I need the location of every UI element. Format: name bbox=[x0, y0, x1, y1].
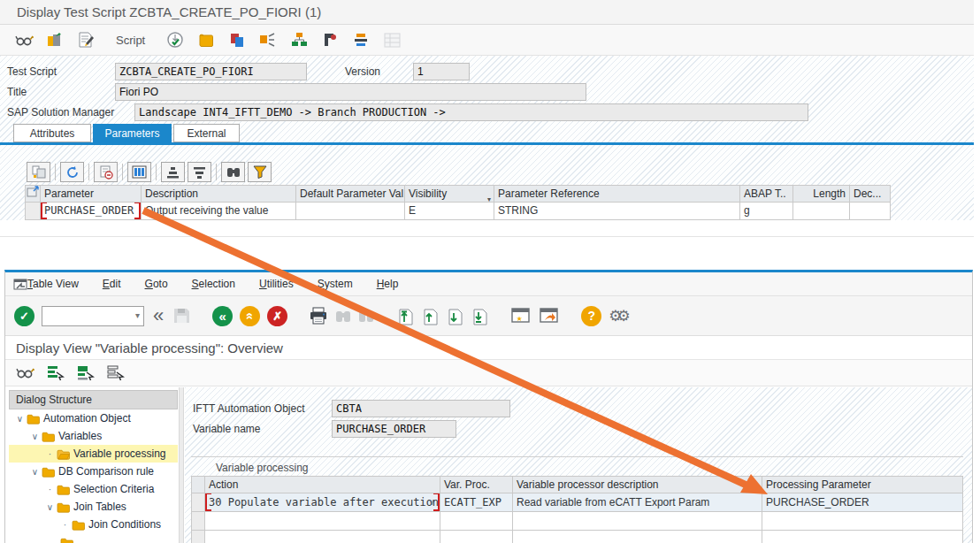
tree-item-join-tables[interactable]: ∨ Join Tables bbox=[9, 498, 178, 516]
back-icon[interactable]: « bbox=[212, 306, 233, 326]
page-up-icon[interactable] bbox=[422, 307, 440, 325]
chevron-expanded-icon[interactable]: ∨ bbox=[44, 502, 56, 512]
cell-processor-description[interactable] bbox=[513, 531, 762, 543]
find-icon[interactable] bbox=[221, 162, 245, 182]
first-page-icon[interactable] bbox=[397, 307, 415, 325]
cell-processor-description[interactable] bbox=[513, 512, 762, 531]
cell-visibility[interactable]: E bbox=[405, 203, 494, 220]
column-header-action[interactable]: Action bbox=[205, 476, 440, 493]
column-header-description[interactable]: Description bbox=[142, 185, 296, 203]
details-icon[interactable] bbox=[27, 162, 50, 182]
collapse-icon[interactable]: « bbox=[153, 307, 164, 325]
column-header-abap-type[interactable]: ABAP T.. bbox=[740, 185, 793, 203]
cell-action-dropdown[interactable] bbox=[205, 512, 440, 531]
column-header-processor-description[interactable]: Variable processor description bbox=[513, 476, 762, 493]
filter-icon[interactable] bbox=[248, 162, 272, 182]
version-field[interactable]: 1 bbox=[413, 63, 470, 80]
column-header-parameter[interactable]: Parameter bbox=[41, 185, 142, 203]
enter-icon[interactable]: ✓ bbox=[14, 306, 34, 326]
tree-item-partial[interactable] bbox=[9, 533, 178, 543]
column-header-length[interactable]: Length bbox=[793, 185, 850, 203]
cell-dec[interactable] bbox=[850, 203, 891, 220]
cell-parameter[interactable]: PURCHASE_ORDER bbox=[41, 203, 142, 220]
delete-row-icon[interactable] bbox=[94, 162, 118, 182]
tree-item-variables[interactable]: ∨ Variables bbox=[9, 427, 178, 445]
menu-selection[interactable]: Selection bbox=[192, 278, 235, 290]
menu-table-view[interactable]: Table View bbox=[27, 278, 79, 290]
select-all-cell[interactable] bbox=[25, 185, 41, 203]
variable-name-field[interactable]: PURCHASE_ORDER bbox=[332, 420, 456, 438]
execute-icon[interactable] bbox=[165, 30, 185, 50]
menu-edit[interactable]: Edit bbox=[103, 278, 121, 290]
column-header-dec[interactable]: Dec... bbox=[850, 185, 891, 203]
sort-descending-icon[interactable] bbox=[188, 162, 211, 182]
menu-help[interactable]: Help bbox=[377, 278, 399, 290]
new-session-icon[interactable] bbox=[510, 307, 532, 325]
tab-external[interactable]: External bbox=[173, 124, 240, 142]
menu-system[interactable]: System bbox=[318, 278, 353, 290]
cancel-icon[interactable]: ✗ bbox=[267, 306, 287, 326]
column-header-processing-parameter[interactable]: Processing Parameter bbox=[762, 476, 963, 493]
system-menu-icon[interactable] bbox=[13, 279, 27, 290]
column-header-var-proc[interactable]: Var. Proc. bbox=[440, 476, 513, 493]
menu-utilities[interactable]: Utilities bbox=[259, 278, 294, 290]
refresh-icon[interactable] bbox=[60, 162, 84, 182]
command-field[interactable]: ▾ bbox=[42, 306, 144, 326]
chevron-down-icon[interactable]: ∨ bbox=[429, 493, 434, 511]
open-folder-icon[interactable] bbox=[196, 30, 216, 50]
help-icon[interactable]: ? bbox=[581, 306, 601, 326]
test-script-field[interactable]: ZCBTA_CREATE_PO_FIORI bbox=[115, 63, 307, 80]
chevron-expanded-icon[interactable]: ∨ bbox=[29, 467, 41, 477]
tree-item-selection-criteria[interactable]: · Selection Criteria bbox=[9, 480, 178, 498]
cell-parameter-reference[interactable]: STRING bbox=[494, 203, 740, 220]
cell-default-value[interactable] bbox=[296, 203, 405, 220]
pattern-tool-icon[interactable] bbox=[320, 30, 340, 50]
print-icon[interactable] bbox=[309, 307, 328, 325]
cell-abap-type[interactable]: g bbox=[740, 203, 793, 220]
tab-attributes[interactable]: Attributes bbox=[13, 124, 91, 142]
exit-icon[interactable]: « bbox=[240, 306, 260, 326]
choose-detail-icon[interactable] bbox=[107, 365, 125, 381]
cell-var-proc[interactable] bbox=[440, 512, 513, 531]
script-menu-label[interactable]: Script bbox=[116, 34, 145, 47]
copy-pages-icon[interactable] bbox=[227, 30, 247, 50]
copy-object-icon[interactable] bbox=[45, 30, 65, 50]
hierarchy-icon[interactable] bbox=[289, 30, 309, 50]
cell-action-dropdown[interactable] bbox=[205, 531, 440, 543]
tab-parameters[interactable]: Parameters bbox=[93, 124, 172, 142]
cell-var-proc[interactable] bbox=[440, 531, 513, 543]
sort-ascending-icon[interactable] bbox=[161, 162, 185, 182]
display-change-glasses-icon[interactable] bbox=[16, 365, 34, 380]
cell-processing-parameter[interactable]: PURCHASE_ORDER bbox=[762, 493, 963, 512]
solution-manager-field[interactable]: Landscape INT4_IFTT_DEMO -> Branch PRODU… bbox=[134, 103, 808, 121]
menu-goto[interactable]: Goto bbox=[145, 278, 168, 290]
row-selector-cell[interactable] bbox=[191, 493, 205, 512]
column-header-default-value[interactable]: Default Parameter Val.. bbox=[296, 185, 405, 203]
customize-icon[interactable]: ⚙⚙ bbox=[609, 307, 624, 325]
select-all-cell[interactable] bbox=[191, 476, 205, 493]
table-settings-icon[interactable] bbox=[127, 162, 151, 182]
row-selector-cell[interactable] bbox=[25, 203, 41, 220]
column-header-visibility[interactable]: Visibility▾ bbox=[405, 185, 494, 203]
tree-item-automation-object[interactable]: ∨ Automation Object bbox=[9, 409, 178, 427]
cell-var-proc[interactable]: ECATT_EXP bbox=[440, 493, 513, 512]
chevron-down-icon[interactable]: ▾ bbox=[135, 310, 140, 320]
tree-item-db-comparison-rule[interactable]: ∨ DB Comparison rule bbox=[9, 463, 178, 480]
automation-object-field[interactable]: CBTA bbox=[332, 400, 510, 417]
last-page-icon[interactable] bbox=[471, 307, 489, 325]
sort-layers-icon[interactable] bbox=[351, 30, 371, 50]
create-shortcut-icon[interactable] bbox=[539, 307, 560, 325]
panel-splitter[interactable] bbox=[179, 387, 184, 543]
cell-length[interactable] bbox=[793, 203, 850, 220]
cell-processing-parameter[interactable] bbox=[762, 531, 963, 543]
chevron-expanded-icon[interactable]: ∨ bbox=[14, 414, 26, 424]
column-header-parameter-reference[interactable]: Parameter Reference bbox=[494, 185, 740, 203]
cell-processing-parameter[interactable] bbox=[762, 512, 963, 531]
row-selector-cell[interactable] bbox=[191, 531, 205, 543]
cell-description[interactable]: Output receiving the value bbox=[142, 203, 296, 220]
choose-block-icon[interactable] bbox=[77, 365, 95, 381]
choose-all-icon[interactable] bbox=[47, 365, 65, 381]
display-glasses-icon[interactable] bbox=[14, 30, 34, 50]
tree-item-variable-processing[interactable]: · Variable processing bbox=[9, 445, 178, 463]
page-down-icon[interactable] bbox=[447, 307, 464, 325]
